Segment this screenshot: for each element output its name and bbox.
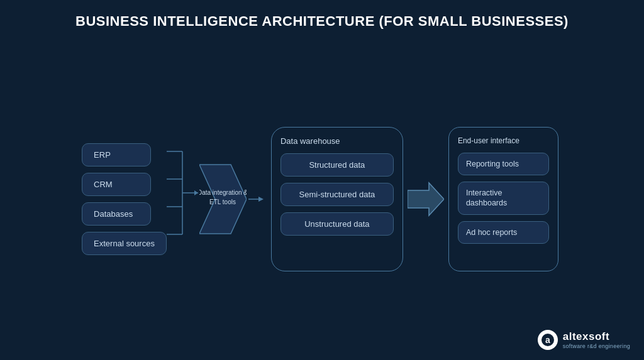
svg-marker-12 [408,183,444,215]
eui-title: End-user interface [458,136,519,145]
logo-icon: a [538,330,558,350]
svg-text:a: a [545,335,550,345]
source-box-erp: ERP [82,143,151,166]
dw-semi-structured: Semi-structured data [280,183,394,206]
branch-lines [167,136,198,262]
etl-chevron-arrow: Data integration & ETL tools [199,158,247,240]
sources-column: ERP CRM Databases External sources [82,143,167,255]
svg-text:Data integration &: Data integration & [199,189,247,196]
logo-text: altexsoft software r&d engineering [563,330,630,349]
source-box-crm: CRM [82,173,151,196]
logo-area: a altexsoft software r&d engineering [538,330,630,350]
diagram-container: BUSINESS INTELLIGENCE ARCHITECTURE (FOR … [0,0,644,360]
eui-interactive-dashboards: Interactive dashboards [458,182,549,215]
svg-marker-11 [258,197,264,202]
source-box-external: External sources [82,232,167,255]
dw-structured: Structured data [280,153,394,177]
dw-title: Data warehouse [280,136,340,146]
eui-reporting-tools: Reporting tools [458,153,549,175]
etl-section: Data integration & ETL tools [198,136,248,262]
flow-row: ERP CRM Databases External sources [13,45,631,354]
arrow-to-dw [248,136,267,262]
svg-marker-6 [194,190,198,195]
eui-adhoc-reports: Ad hoc reports [458,221,549,244]
page-title: BUSINESS INTELLIGENCE ARCHITECTURE (FOR … [75,13,569,31]
data-warehouse-container: Data warehouse Structured data Semi-stru… [271,127,403,271]
large-arrow-to-eui [407,180,445,218]
end-user-interface-container: End-user interface Reporting tools Inter… [448,127,558,271]
logo-name: altexsoft [563,330,630,343]
source-box-databases: Databases [82,202,151,226]
dw-unstructured: Unstructured data [280,212,394,236]
logo-tagline: software r&d engineering [563,343,630,349]
svg-text:ETL tools: ETL tools [209,199,236,205]
